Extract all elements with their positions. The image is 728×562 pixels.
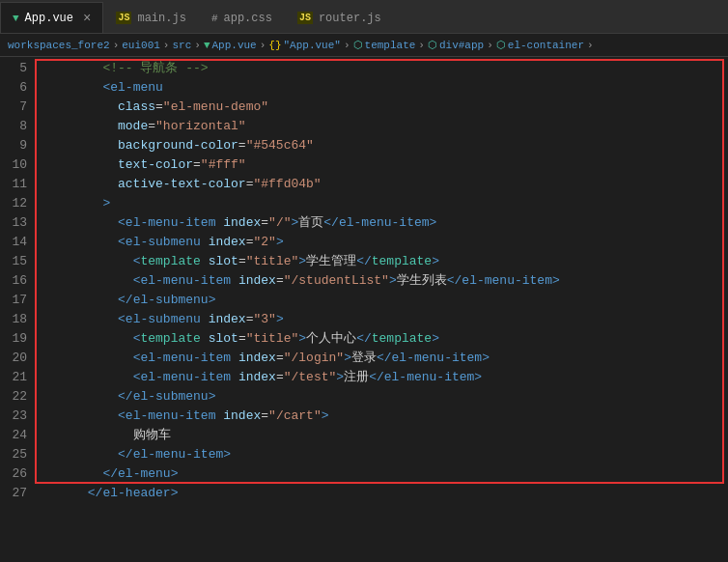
tab-label: App.vue <box>25 12 73 25</box>
code-line-20: <el-menu-item index="/login">登录</el-menu… <box>35 349 728 368</box>
code-line-16: <el-menu-item index="/studentList">学生列表<… <box>35 271 728 291</box>
tab-label: app.css <box>223 12 271 25</box>
code-line-13: <el-menu-item index="/">首页</el-menu-item… <box>35 213 728 233</box>
code-line-22: </el-submenu> <box>35 387 728 407</box>
js-icon: JS <box>297 12 313 24</box>
code-line-5: <!-- 导航条 --> <box>35 59 728 78</box>
code-line-18: <el-submenu index="3"> <box>35 310 728 329</box>
code-content[interactable]: <!-- 导航条 --> <el-menu class="el-menu-dem… <box>35 57 728 562</box>
close-icon[interactable]: × <box>83 12 91 25</box>
code-line-10: text-color="#fff" <box>35 155 728 175</box>
code-line-14: <el-submenu index="2"> <box>35 233 728 252</box>
code-line-17: </el-submenu> <box>35 291 728 310</box>
tab-label: main.js <box>137 12 185 25</box>
code-line-6: <el-menu <box>35 78 728 98</box>
code-line-23: <el-menu-item index="/cart"> <box>35 407 728 426</box>
tab-router-js[interactable]: JS router.js <box>285 2 394 33</box>
vue-icon: ▼ <box>13 13 19 24</box>
code-line-25: </el-menu-item> <box>35 445 728 464</box>
tab-label: router.js <box>319 12 381 25</box>
code-line-8: mode="horizontal" <box>35 117 728 136</box>
code-line-21: <el-menu-item index="/test">注册</el-menu-… <box>35 368 728 387</box>
css-icon: # <box>211 13 218 24</box>
tab-main-js[interactable]: JS main.js <box>103 2 198 33</box>
tab-app-vue[interactable]: ▼ App.vue × <box>0 2 103 33</box>
code-line-15: <template slot="title">学生管理</template> <box>35 252 728 271</box>
code-line-7: class="el-menu-demo" <box>35 98 728 117</box>
tab-app-css[interactable]: # app.css <box>199 2 285 33</box>
code-line-26: </el-menu> <box>35 464 728 484</box>
code-line-27: </el-header> <box>35 484 728 503</box>
code-line-24: 购物车 <box>35 426 728 445</box>
code-line-9: background-color="#545c64" <box>35 136 728 155</box>
line-numbers: 5 6 7 8 9 10 11 12 13 14 15 16 17 18 19 … <box>0 57 35 562</box>
tab-bar: ▼ App.vue × JS main.js # app.css JS rout… <box>0 0 728 34</box>
code-line-12: > <box>35 194 728 213</box>
js-icon: JS <box>116 12 131 24</box>
code-line-11: active-text-color="#ffd04b" <box>35 175 728 194</box>
editor: 5 6 7 8 9 10 11 12 13 14 15 16 17 18 19 … <box>0 57 728 562</box>
breadcrumb: workspaces_fore2 › eui001 › src › ▼ App.… <box>0 34 728 57</box>
code-line-19: <template slot="title">个人中心</template> <box>35 329 728 349</box>
